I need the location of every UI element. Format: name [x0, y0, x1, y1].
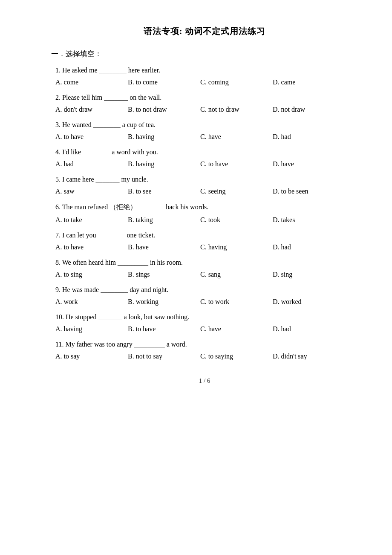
options-row-2: A. don't drawB. to not drawC. not to dra…: [51, 106, 358, 113]
option-3-0: A. to have: [55, 133, 128, 141]
section-header: 一．选择填空：: [51, 49, 358, 59]
option-8-1: B. sings: [128, 271, 200, 278]
question-7: 7. I can let you ________ one ticket.A. …: [51, 231, 358, 251]
question-text-3: 3. He wanted ________ a cup of tea.: [51, 121, 358, 129]
question-text-9: 9. He was made ________ day and night.: [51, 286, 358, 294]
option-3-2: C. have: [200, 133, 273, 141]
option-5-1: B. to see: [128, 188, 200, 195]
question-text-4: 4. I'd like ________ a word with you.: [51, 148, 358, 156]
page-title: 语法专项: 动词不定式用法练习: [51, 26, 358, 37]
questions-container: 1. He asked me ________ here earlier.A. …: [51, 66, 358, 360]
question-text-10: 10. He stopped _______ a look, but saw n…: [51, 313, 358, 321]
question-6: 6. The man refused （拒绝）________ back his…: [51, 203, 358, 224]
option-6-2: C. took: [200, 216, 273, 224]
options-row-6: A. to takeB. takingC. tookD. takes: [51, 216, 358, 224]
option-10-1: B. to have: [128, 325, 200, 333]
question-text-2: 2. Please tell him _______ on the wall.: [51, 94, 358, 101]
option-10-3: D. had: [273, 325, 345, 333]
option-7-3: D. had: [273, 243, 345, 251]
option-5-2: C. seeing: [200, 188, 273, 195]
option-10-2: C. have: [200, 325, 273, 333]
question-9: 9. He was made ________ day and night.A.…: [51, 286, 358, 306]
options-row-1: A. comeB. to comeC. comingD. came: [51, 78, 358, 86]
option-10-0: A. having: [55, 325, 128, 333]
option-9-1: B. working: [128, 298, 200, 306]
option-9-2: C. to work: [200, 298, 273, 306]
question-5: 5. I came here _______ my uncle.A. sawB.…: [51, 176, 358, 195]
option-8-3: D. sing: [273, 271, 345, 278]
option-6-0: A. to take: [55, 216, 128, 224]
option-7-1: B. have: [128, 243, 200, 251]
options-row-11: A. to sayB. not to sayC. to sayingD. did…: [51, 353, 358, 360]
question-text-5: 5. I came here _______ my uncle.: [51, 176, 358, 183]
option-2-0: A. don't draw: [55, 106, 128, 113]
option-1-1: B. to come: [128, 78, 200, 86]
option-4-0: A. had: [55, 160, 128, 168]
question-text-8: 8. We often heard him _________ in his r…: [51, 259, 358, 266]
question-10: 10. He stopped _______ a look, but saw n…: [51, 313, 358, 333]
question-text-6: 6. The man refused （拒绝）________ back his…: [51, 203, 358, 212]
option-11-0: A. to say: [55, 353, 128, 360]
option-11-2: C. to saying: [200, 353, 273, 360]
option-4-3: D. have: [273, 160, 345, 168]
option-2-2: C. not to draw: [200, 106, 273, 113]
option-8-2: C. sang: [200, 271, 273, 278]
option-9-0: A. work: [55, 298, 128, 306]
question-text-11: 11. My father was too angry _________ a …: [51, 341, 358, 348]
question-text-7: 7. I can let you ________ one ticket.: [51, 231, 358, 239]
option-4-2: C. to have: [200, 160, 273, 168]
option-11-3: D. didn't say: [273, 353, 345, 360]
question-11: 11. My father was too angry _________ a …: [51, 341, 358, 360]
option-4-1: B. having: [128, 160, 200, 168]
question-8: 8. We often heard him _________ in his r…: [51, 259, 358, 278]
option-8-0: A. to sing: [55, 271, 128, 278]
option-2-1: B. to not draw: [128, 106, 200, 113]
options-row-10: A. havingB. to haveC. haveD. had: [51, 325, 358, 333]
question-4: 4. I'd like ________ a word with you.A. …: [51, 148, 358, 168]
options-row-3: A. to haveB. havingC. haveD. had: [51, 133, 358, 141]
option-1-3: D. came: [273, 78, 345, 86]
question-text-1: 1. He asked me ________ here earlier.: [51, 66, 358, 74]
option-7-2: C. having: [200, 243, 273, 251]
option-6-3: D. takes: [273, 216, 345, 224]
option-7-0: A. to have: [55, 243, 128, 251]
question-3: 3. He wanted ________ a cup of tea.A. to…: [51, 121, 358, 141]
question-2: 2. Please tell him _______ on the wall.A…: [51, 94, 358, 113]
options-row-5: A. sawB. to seeC. seeingD. to be seen: [51, 188, 358, 195]
option-1-2: C. coming: [200, 78, 273, 86]
options-row-7: A. to haveB. haveC. havingD. had: [51, 243, 358, 251]
option-5-3: D. to be seen: [273, 188, 345, 195]
option-6-1: B. taking: [128, 216, 200, 224]
option-3-1: B. having: [128, 133, 200, 141]
option-5-0: A. saw: [55, 188, 128, 195]
page-footer: 1 / 6: [51, 377, 358, 384]
option-11-1: B. not to say: [128, 353, 200, 360]
options-row-9: A. workB. workingC. to workD. worked: [51, 298, 358, 306]
option-2-3: D. not draw: [273, 106, 345, 113]
options-row-4: A. hadB. havingC. to haveD. have: [51, 160, 358, 168]
option-1-0: A. come: [55, 78, 128, 86]
question-1: 1. He asked me ________ here earlier.A. …: [51, 66, 358, 86]
option-3-3: D. had: [273, 133, 345, 141]
option-9-3: D. worked: [273, 298, 345, 306]
options-row-8: A. to singB. singsC. sangD. sing: [51, 271, 358, 278]
